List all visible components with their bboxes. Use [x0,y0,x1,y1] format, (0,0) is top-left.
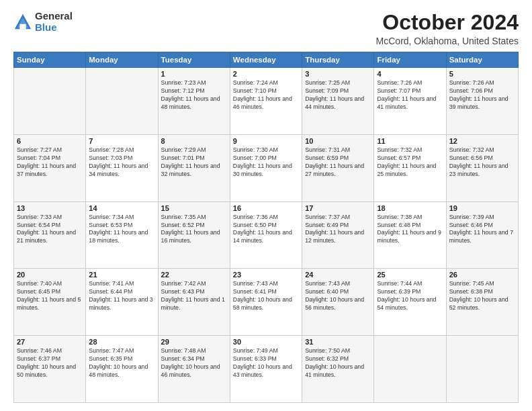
day-info: Sunrise: 7:42 AM Sunset: 6:43 PM Dayligh… [161,280,227,312]
day-info: Sunrise: 7:30 AM Sunset: 7:00 PM Dayligh… [233,146,299,179]
day-info: Sunrise: 7:37 AM Sunset: 6:49 PM Dayligh… [305,214,371,246]
day-info: Sunrise: 7:38 AM Sunset: 6:48 PM Dayligh… [377,214,443,246]
day-number: 9 [233,137,299,145]
day-info: Sunrise: 7:32 AM Sunset: 6:57 PM Dayligh… [377,146,443,179]
page: General Blue October 2024 McCord, Oklaho… [0,0,532,411]
day-number: 17 [305,204,371,212]
day-number: 22 [161,271,227,279]
table-row: 20Sunrise: 7:40 AM Sunset: 6:45 PM Dayli… [14,269,86,336]
table-row: 3Sunrise: 7:25 AM Sunset: 7:09 PM Daylig… [302,68,374,135]
table-row: 29Sunrise: 7:48 AM Sunset: 6:34 PM Dayli… [158,336,230,403]
table-row: 22Sunrise: 7:42 AM Sunset: 6:43 PM Dayli… [158,269,230,336]
logo-text: General Blue [35,11,73,33]
day-number: 29 [161,338,227,346]
day-info: Sunrise: 7:35 AM Sunset: 6:52 PM Dayligh… [161,214,227,246]
table-row: 23Sunrise: 7:43 AM Sunset: 6:41 PM Dayli… [230,269,302,336]
header: General Blue October 2024 McCord, Oklaho… [13,11,519,46]
day-info: Sunrise: 7:27 AM Sunset: 7:04 PM Dayligh… [17,146,83,179]
day-info: Sunrise: 7:45 AM Sunset: 6:38 PM Dayligh… [449,280,515,312]
day-info: Sunrise: 7:24 AM Sunset: 7:10 PM Dayligh… [233,79,299,111]
day-info: Sunrise: 7:50 AM Sunset: 6:32 PM Dayligh… [305,347,371,379]
day-number: 23 [233,271,299,279]
header-thursday: Thursday [302,52,374,68]
title-month: October 2024 [376,11,519,34]
day-info: Sunrise: 7:26 AM Sunset: 7:06 PM Dayligh… [449,79,515,111]
table-row: 17Sunrise: 7:37 AM Sunset: 6:49 PM Dayli… [302,201,374,269]
day-info: Sunrise: 7:25 AM Sunset: 7:09 PM Dayligh… [305,79,371,111]
day-number: 20 [17,271,83,279]
table-row: 24Sunrise: 7:43 AM Sunset: 6:40 PM Dayli… [302,269,374,336]
day-number: 13 [17,204,83,212]
day-number: 4 [377,70,443,78]
header-monday: Monday [86,52,158,68]
day-number: 1 [161,70,227,78]
day-number: 31 [305,338,371,346]
table-row [14,68,86,135]
day-info: Sunrise: 7:36 AM Sunset: 6:50 PM Dayligh… [233,214,299,246]
day-info: Sunrise: 7:44 AM Sunset: 6:39 PM Dayligh… [377,280,443,312]
day-number: 11 [377,137,443,145]
day-number: 15 [161,204,227,212]
logo: General Blue [13,11,73,33]
day-number: 25 [377,271,443,279]
table-row [86,68,158,135]
table-row: 6Sunrise: 7:27 AM Sunset: 7:04 PM Daylig… [14,134,86,201]
day-info: Sunrise: 7:41 AM Sunset: 6:44 PM Dayligh… [89,280,154,312]
day-info: Sunrise: 7:46 AM Sunset: 6:37 PM Dayligh… [17,347,83,379]
day-info: Sunrise: 7:31 AM Sunset: 6:59 PM Dayligh… [305,146,371,179]
logo-icon [13,13,32,32]
table-row: 15Sunrise: 7:35 AM Sunset: 6:52 PM Dayli… [158,201,230,269]
day-info: Sunrise: 7:23 AM Sunset: 7:12 PM Dayligh… [161,79,227,111]
table-row: 10Sunrise: 7:31 AM Sunset: 6:59 PM Dayli… [302,134,374,201]
day-number: 10 [305,137,371,145]
day-number: 7 [89,137,154,145]
day-number: 12 [449,137,515,145]
day-info: Sunrise: 7:48 AM Sunset: 6:34 PM Dayligh… [161,347,227,379]
header-saturday: Saturday [446,52,518,68]
day-info: Sunrise: 7:26 AM Sunset: 7:07 PM Dayligh… [377,79,443,111]
header-wednesday: Wednesday [230,52,302,68]
day-info: Sunrise: 7:49 AM Sunset: 6:33 PM Dayligh… [233,347,299,379]
day-number: 14 [89,204,154,212]
day-number: 18 [377,204,443,212]
table-row: 11Sunrise: 7:32 AM Sunset: 6:57 PM Dayli… [374,134,446,201]
day-number: 3 [305,70,371,78]
calendar-header-row: Sunday Monday Tuesday Wednesday Thursday… [14,52,519,68]
table-row: 12Sunrise: 7:32 AM Sunset: 6:56 PM Dayli… [446,134,518,201]
day-number: 6 [17,137,83,145]
table-row: 13Sunrise: 7:33 AM Sunset: 6:54 PM Dayli… [14,201,86,269]
day-number: 30 [233,338,299,346]
day-number: 27 [17,338,83,346]
table-row: 1Sunrise: 7:23 AM Sunset: 7:12 PM Daylig… [158,68,230,135]
day-info: Sunrise: 7:34 AM Sunset: 6:53 PM Dayligh… [89,214,154,246]
day-number: 21 [89,271,154,279]
calendar-week-row: 20Sunrise: 7:40 AM Sunset: 6:45 PM Dayli… [14,269,519,336]
day-number: 19 [449,204,515,212]
logo-general: General [35,11,73,22]
day-number: 2 [233,70,299,78]
calendar-week-row: 13Sunrise: 7:33 AM Sunset: 6:54 PM Dayli… [14,201,519,269]
table-row: 30Sunrise: 7:49 AM Sunset: 6:33 PM Dayli… [230,336,302,403]
day-info: Sunrise: 7:39 AM Sunset: 6:46 PM Dayligh… [449,214,515,246]
calendar-week-row: 27Sunrise: 7:46 AM Sunset: 6:37 PM Dayli… [14,336,519,403]
table-row: 14Sunrise: 7:34 AM Sunset: 6:53 PM Dayli… [86,201,158,269]
title-location: McCord, Oklahoma, United States [376,36,519,46]
table-row: 9Sunrise: 7:30 AM Sunset: 7:00 PM Daylig… [230,134,302,201]
table-row: 27Sunrise: 7:46 AM Sunset: 6:37 PM Dayli… [14,336,86,403]
title-block: October 2024 McCord, Oklahoma, United St… [376,11,519,46]
table-row: 2Sunrise: 7:24 AM Sunset: 7:10 PM Daylig… [230,68,302,135]
day-number: 8 [161,137,227,145]
day-number: 26 [449,271,515,279]
header-sunday: Sunday [14,52,86,68]
day-info: Sunrise: 7:40 AM Sunset: 6:45 PM Dayligh… [17,280,83,312]
logo-blue: Blue [35,22,73,34]
calendar-week-row: 1Sunrise: 7:23 AM Sunset: 7:12 PM Daylig… [14,68,519,135]
day-number: 28 [89,338,154,346]
calendar-table: Sunday Monday Tuesday Wednesday Thursday… [13,52,519,403]
table-row [446,336,518,403]
header-friday: Friday [374,52,446,68]
day-info: Sunrise: 7:29 AM Sunset: 7:01 PM Dayligh… [161,146,227,179]
day-info: Sunrise: 7:47 AM Sunset: 6:35 PM Dayligh… [89,347,154,379]
table-row: 8Sunrise: 7:29 AM Sunset: 7:01 PM Daylig… [158,134,230,201]
table-row: 4Sunrise: 7:26 AM Sunset: 7:07 PM Daylig… [374,68,446,135]
